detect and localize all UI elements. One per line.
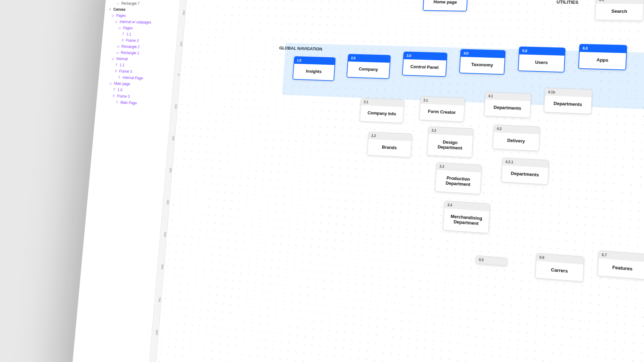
card-label: Departments <box>484 100 531 118</box>
sitemap-card[interactable]: 0.5 <box>476 255 508 266</box>
card-label: Company <box>347 61 390 78</box>
canvas-area: -2100-2000-1900-1800-1700-1600-1500-1400… <box>148 0 644 362</box>
card-label: Brands <box>368 139 412 157</box>
sitemap-card[interactable]: 4.1Departments <box>484 92 531 118</box>
sitemap-card[interactable]: 4.1bDepartments <box>544 88 592 114</box>
rect-icon: ▭ <box>116 1 120 5</box>
group-icon: ⠿ <box>121 39 124 42</box>
sitemap-card[interactable]: 4.2.1Departments <box>501 158 549 185</box>
section-label-utilities: UTILITIES <box>556 0 579 5</box>
card-label: Form Creator <box>420 104 465 121</box>
layers-tree: ▢NOTE⠿note contentTUtilities are glob…#n… <box>96 0 182 110</box>
card-label: Carrers <box>535 261 583 282</box>
sitemap-card[interactable]: 0.6Carrers <box>535 253 584 282</box>
sitemap-card[interactable]: 3.3Production Department <box>435 162 482 194</box>
layer-label: 1.0 <box>117 87 122 92</box>
card-label: Search <box>595 3 643 20</box>
card-label: Taxonomy <box>460 57 504 74</box>
layer-label: 1.1 <box>119 63 124 67</box>
layer-label: Rectangle 2 <box>121 44 140 49</box>
layer-label: Frame 3 <box>117 94 130 99</box>
comp-icon: ◇ <box>111 14 115 17</box>
card-label: Production Department <box>435 170 481 194</box>
sitemap-card[interactable]: 6.0Apps <box>578 44 627 70</box>
comp-icon: ◇ <box>109 81 112 85</box>
card-number: 0.5 <box>476 256 507 265</box>
text-icon: T <box>121 32 125 36</box>
layer-label: 1.1 <box>126 32 131 37</box>
rect-icon: ▭ <box>116 51 119 54</box>
sitemap-card[interactable]: 4.2Delivery <box>492 125 540 151</box>
layer-label: Rectangle 7 <box>121 1 140 6</box>
layer-label: Rectangle 1 <box>121 51 140 56</box>
text-icon: T <box>112 88 116 92</box>
sitemap-card[interactable]: 3.1Form Creator <box>419 96 465 122</box>
layer-label: Internal Page <box>122 75 143 80</box>
sitemap-card[interactable]: 3.0Control Panel <box>402 52 447 77</box>
card-label: Delivery <box>493 132 539 150</box>
layer-label: Internal <box>116 57 128 61</box>
layer-label: Frame 3 <box>119 69 132 74</box>
canvas[interactable]: GLOBAL NAVIGATION UTILITIES 0.0Home page… <box>154 0 644 362</box>
layer-label: Main page <box>114 81 130 86</box>
comp-icon: ◇ <box>111 57 115 60</box>
group-icon: ⠿ <box>114 69 118 73</box>
layer-label: Pages <box>116 13 126 18</box>
card-label: Departments <box>501 165 548 184</box>
sitemap-card[interactable]: 1.0Insights <box>292 56 336 81</box>
sitemap-card[interactable]: 5.0Users <box>518 47 566 73</box>
sitemap-card[interactable]: 2.2Brands <box>367 132 412 158</box>
sitemap-card[interactable]: 0.7Features <box>597 250 644 280</box>
sitemap-card[interactable]: 3.4Merchandising Department <box>443 201 490 234</box>
text-icon: T <box>114 63 118 67</box>
sitemap-card[interactable]: 0.1Search <box>595 0 644 21</box>
card-label: Merchandising Department <box>443 208 489 233</box>
layer-label: Pages <box>123 26 133 31</box>
layer-label: Main Page <box>120 100 137 105</box>
card-label: Features <box>598 258 644 279</box>
card-label: Users <box>519 54 565 72</box>
group-icon: ⠿ <box>112 94 115 98</box>
card-label: Company Info <box>360 105 404 123</box>
app-window: Information Architecture × + PRODUCTS | … <box>71 0 644 362</box>
text-icon: T <box>115 100 119 104</box>
layer-label: Frame 3 <box>126 38 139 43</box>
sitemap-card[interactable]: 4.0Taxonomy <box>459 49 506 75</box>
frame-icon: # <box>108 7 112 11</box>
sitemap-card[interactable]: 2.0Company <box>346 54 391 79</box>
card-label: Departments <box>544 96 591 114</box>
card-label: Apps <box>579 52 626 70</box>
layer-label: Internal w/ subpages <box>119 19 151 24</box>
sitemap-card[interactable]: 3.2Design Department <box>427 126 474 158</box>
card-label: Design Department <box>427 134 473 157</box>
sitemap-card[interactable]: 0.0Home page <box>423 0 468 11</box>
rect-icon: ▭ <box>116 45 120 48</box>
layer-label: Canvas <box>113 7 126 11</box>
card-label: Insights <box>293 64 335 80</box>
card-label: Home page <box>423 0 467 11</box>
text-icon: T <box>117 75 121 79</box>
card-label: Control Panel <box>403 59 446 76</box>
sitemap-card[interactable]: 2.1Company Info <box>360 98 405 123</box>
comp-icon: ◇ <box>114 20 118 23</box>
comp-icon: ◇ <box>118 26 121 30</box>
